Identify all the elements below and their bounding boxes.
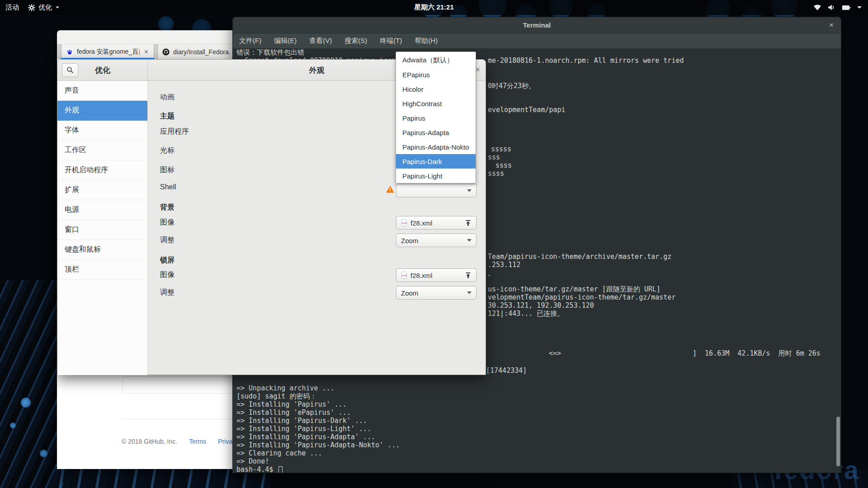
terminal-titlebar[interactable]: Terminal ×: [233, 17, 841, 33]
row-label-bg-adjustment: 调整: [160, 235, 175, 245]
theme-option-adwaita[interactable]: Adwaita（默认）: [396, 53, 476, 67]
lockscreen-adjustment-combobox[interactable]: Zoom: [396, 286, 476, 300]
background-image-filename: f28.xml: [410, 219, 432, 227]
wifi-icon: [813, 4, 821, 11]
sidebar-item-startup[interactable]: 开机启动程序: [57, 160, 147, 180]
application-theme-dropdown: Adwaita（默认） EPapirus Hicolor HighContras…: [396, 52, 476, 183]
tab-title: fedora 安装gnome_百度搜: [77, 48, 140, 56]
sidebar-item-workspaces[interactable]: 工作区: [57, 141, 147, 160]
system-status-area[interactable]: [813, 4, 868, 11]
theme-option-epapirus[interactable]: EPapirus: [396, 67, 476, 82]
theme-option-papirus-adapta[interactable]: Papirus-Adapta: [396, 125, 476, 140]
chevron-down-icon: [467, 291, 472, 294]
sidebar-item-appearance[interactable]: 外观: [57, 101, 147, 121]
section-lockscreen: 锁屏: [160, 256, 175, 265]
theme-option-papirus[interactable]: Papirus: [396, 111, 476, 125]
xml-file-icon: </>: [401, 219, 407, 226]
terminal-title: Terminal: [523, 21, 551, 29]
terminal-cursor: [278, 466, 283, 473]
sidebar-item-topbar[interactable]: 顶栏: [57, 260, 147, 280]
terminal-line: 错误：下载软件包出错: [236, 48, 304, 56]
chevron-down-icon: [467, 189, 472, 192]
terminal-scrollbar-thumb[interactable]: [836, 417, 840, 466]
terminal-line: sssss: [491, 145, 511, 153]
terminal-prompt: bash-4.4$: [236, 465, 273, 473]
terminal-line: velopmentTeam/papirus-icon-theme/tar.gz/…: [488, 293, 675, 301]
terminal-line: <=>: [549, 349, 561, 357]
lockscreen-image-button[interactable]: </> f28.xml: [396, 268, 476, 282]
terminal-line: => Done!: [236, 457, 269, 465]
row-label-animation: 动画: [160, 93, 175, 102]
svg-text:</>: </>: [402, 274, 407, 277]
upload-icon: [465, 220, 472, 226]
sidebar-item-fonts[interactable]: 字体: [57, 121, 147, 141]
sidebar-item-sound[interactable]: 声音: [57, 81, 147, 101]
sidebar-item-windows[interactable]: 窗口: [57, 220, 147, 240]
tweaks-header-left: 优化: [57, 60, 148, 80]
terminal-line: [17442334]: [486, 366, 527, 375]
terminal-line: .253.112: [488, 261, 520, 269]
row-label-bg-image: 图像: [160, 218, 175, 227]
background-image-button[interactable]: </> f28.xml: [396, 216, 476, 230]
terminal-line: ssss: [495, 161, 512, 169]
terminal-line: ] 16.63M 42.1KB/s 用时 6m 26s: [693, 349, 821, 357]
search-button[interactable]: [62, 63, 78, 77]
row-label-cursor: 光标: [160, 146, 175, 155]
tweaks-close-icon[interactable]: ×: [475, 65, 480, 75]
section-theme: 主题: [160, 112, 175, 121]
terminal-line: 0时47分23秒。: [488, 82, 535, 90]
menu-search[interactable]: 搜索(S): [338, 37, 373, 45]
terminal-line: sss: [488, 153, 500, 161]
battery-icon: [842, 5, 851, 10]
terminal-line: => Installing 'Papirus-Adapta' ...: [236, 433, 375, 441]
background-adjustment-value: Zoom: [401, 237, 418, 244]
menu-edit[interactable]: 编辑(E): [268, 37, 303, 45]
section-background: 背景: [160, 203, 175, 212]
divider: [122, 393, 235, 394]
menu-file[interactable]: 文件(F): [233, 37, 268, 45]
terminal-line: Team/papirus-icon-theme/archive/master.t…: [488, 253, 671, 261]
theme-option-papirus-light[interactable]: Papirus-Light: [396, 169, 476, 183]
terminal-line: => Installing 'Papirus-Adapta-Nokto' ...: [236, 441, 400, 449]
shell-theme-warning-icon: [386, 186, 394, 193]
baidu-favicon: [66, 48, 73, 56]
volume-icon: [828, 4, 835, 11]
terminal-line: 121|:443... 已连接。: [488, 310, 564, 318]
theme-option-papirus-dark[interactable]: Papirus-Dark: [396, 154, 476, 169]
theme-option-highcontrast[interactable]: HighContrast: [396, 96, 476, 111]
terminal-line: me-20180816-1.noarch.rpm: All mirrors we…: [488, 56, 684, 65]
terms-link[interactable]: Terms: [189, 438, 206, 445]
sidebar-item-keyboard-mouse[interactable]: 键盘和鼠标: [57, 240, 147, 260]
tab-close-icon[interactable]: ×: [143, 48, 149, 56]
chevron-down-icon: [467, 239, 472, 242]
clock[interactable]: 星期六 21:21: [0, 3, 868, 12]
background-adjustment-combobox[interactable]: Zoom: [396, 234, 476, 247]
github-favicon: [162, 48, 170, 56]
github-content-box: [122, 376, 235, 392]
sidebar-item-extensions[interactable]: 扩展: [57, 180, 147, 200]
terminal-line: [sudo] sagit 的密码：: [236, 392, 316, 400]
shell-theme-combobox[interactable]: [396, 184, 476, 197]
sidebar-item-power[interactable]: 电源: [57, 200, 147, 220]
menu-view[interactable]: 查看(V): [303, 37, 338, 45]
browser-tab-baidu[interactable]: fedora 安装gnome_百度搜 ×: [61, 44, 154, 59]
terminal-menubar: 文件(F) 编辑(E) 查看(V) 搜索(S) 终端(T) 帮助(H): [233, 33, 841, 48]
theme-option-papirus-adapta-nokto[interactable]: Papirus-Adapta-Nokto: [396, 140, 476, 154]
menu-terminal[interactable]: 终端(T): [373, 37, 408, 45]
upload-icon: [465, 272, 472, 279]
menu-help[interactable]: 帮助(H): [408, 37, 444, 45]
xml-file-icon: </>: [401, 272, 407, 279]
copyright-text: © 2018 GitHub, Inc.: [122, 438, 177, 445]
terminal-line: => Installing 'Papirus-Light' ...: [236, 425, 371, 433]
terminal-close-icon[interactable]: ×: [829, 21, 834, 30]
terminal-line: 30.253.121, 192.30.253.120: [488, 301, 594, 310]
lockscreen-adjustment-value: Zoom: [401, 289, 418, 297]
terminal-line: => Installing 'ePapirus' ...: [236, 408, 351, 417]
chevron-down-icon: [857, 6, 862, 9]
theme-option-hicolor[interactable]: Hicolor: [396, 82, 476, 96]
tweaks-sidebar: 声音 外观 字体 工作区 开机启动程序 扩展 电源 窗口 键盘和鼠标 顶栏: [57, 81, 148, 375]
row-label-shell: Shell: [160, 183, 176, 191]
terminal-line: => Unpacking archive ...: [236, 384, 335, 392]
terminal-line: 。: [488, 269, 495, 277]
terminal-line: evelopmentTeam/papi: [488, 106, 566, 114]
